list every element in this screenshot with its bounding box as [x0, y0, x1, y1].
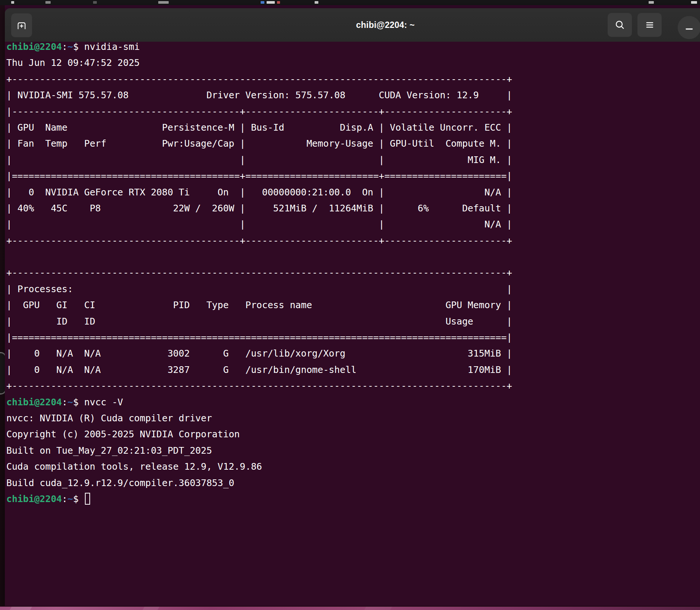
terminal-line: | Processes: |	[6, 281, 512, 297]
sliver-fragment	[649, 1, 654, 4]
desktop-wallpaper	[0, 606, 700, 610]
terminal-line: chibi@2204:~$ nvidia-smi	[6, 39, 512, 55]
minimize-icon	[683, 22, 695, 33]
terminal-line: +---------------------------------------…	[6, 378, 512, 394]
terminal-line: chibi@2204:~$ nvcc -V	[6, 394, 512, 410]
search-icon	[614, 19, 626, 31]
new-tab-button[interactable]	[11, 13, 32, 37]
terminal-line: | 0 N/A N/A 3287 G /usr/bin/gnome-shell …	[6, 362, 512, 378]
desktop-left-edge	[0, 5, 5, 606]
search-button[interactable]	[608, 13, 632, 37]
titlebar[interactable]: chibi@2204: ~	[5, 8, 700, 42]
window-title: chibi@2204: ~	[5, 8, 700, 42]
sliver-fragment	[158, 1, 169, 4]
terminal-line: Cuda compilation tools, release 12.9, V1…	[6, 459, 512, 475]
terminal-line: | | | MIG M. |	[6, 152, 512, 168]
terminal-window: chibi@2204: ~	[5, 8, 700, 606]
terminal-line: |=======================================…	[6, 329, 512, 345]
terminal-line: nvcc: NVIDIA (R) Cuda compiler driver	[6, 410, 512, 426]
sliver-fragment	[261, 1, 264, 4]
terminal-line: Thu Jun 12 09:47:52 2025	[6, 55, 512, 71]
menu-button[interactable]	[637, 13, 662, 37]
terminal-line: | GPU GI CI PID Type Process name GPU Me…	[6, 297, 512, 313]
new-tab-icon	[16, 20, 27, 31]
terminal-line: Built on Tue_May_27_02:21:03_PDT_2025	[6, 443, 512, 459]
sliver-fragment	[11, 1, 14, 4]
sliver-fragment	[267, 1, 275, 4]
terminal-line: chibi@2204:~$	[6, 491, 512, 507]
terminal-line: | 40% 45C P8 22W / 260W | 521MiB / 11264…	[6, 200, 512, 216]
terminal-line: Build cuda_12.9.r12.9/compiler.36037853_…	[6, 475, 512, 491]
wallpaper-highlight	[142, 607, 159, 610]
sliver-fragment	[691, 1, 697, 4]
sliver-fragment	[93, 1, 97, 4]
terminal-line: | Fan Temp Perf Pwr:Usage/Cap | Memory-U…	[6, 135, 512, 151]
terminal-line: Copyright (c) 2005-2025 NVIDIA Corporati…	[6, 426, 512, 442]
sliver-fragment	[277, 1, 280, 4]
minimize-button[interactable]	[678, 16, 700, 39]
terminal-line: +---------------------------------------…	[6, 265, 512, 281]
sliver-fragment	[315, 1, 318, 4]
background-window-sliver	[0, 0, 700, 5]
terminal-line: | 0 N/A N/A 3002 G /usr/lib/xorg/Xorg 31…	[6, 345, 512, 361]
desktop: chibi@2204: ~	[0, 0, 700, 610]
terminal-line: | 0 NVIDIA GeForce RTX 2080 Ti On | 0000…	[6, 184, 512, 200]
terminal-line: +---------------------------------------…	[6, 233, 512, 249]
terminal-line: |---------------------------------------…	[6, 103, 512, 119]
terminal-line: | ID ID Usage |	[6, 313, 512, 329]
terminal-line: | GPU Name Persistence-M | Bus-Id Disp.A…	[6, 119, 512, 135]
hamburger-menu-icon	[644, 19, 656, 31]
terminal-line: | NVIDIA-SMI 575.57.08 Driver Version: 5…	[6, 87, 512, 103]
terminal-line: +---------------------------------------…	[6, 71, 512, 87]
wallpaper-highlight	[364, 607, 392, 610]
terminal-output: chibi@2204:~$ nvidia-smiThu Jun 12 09:47…	[6, 39, 512, 507]
terminal-line: |=======================================…	[6, 168, 512, 184]
sliver-fragment	[45, 1, 51, 4]
terminal-line	[6, 249, 512, 265]
terminal-screen[interactable]: chibi@2204:~$ nvidia-smiThu Jun 12 09:47…	[5, 42, 700, 606]
terminal-line: | | | N/A |	[6, 216, 512, 232]
wallpaper-highlight	[9, 607, 32, 610]
terminal-cursor	[85, 493, 90, 505]
